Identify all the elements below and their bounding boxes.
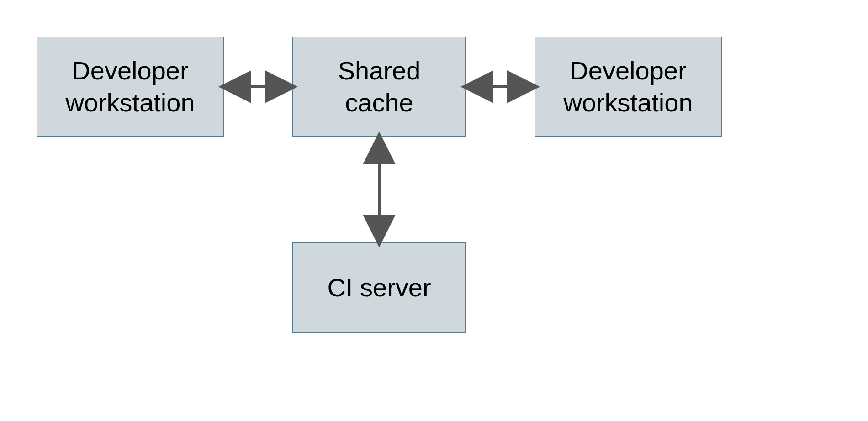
edges-layer: [0, 0, 868, 421]
diagram-container: Developerworkstation Sharedcache Develop…: [0, 0, 868, 421]
